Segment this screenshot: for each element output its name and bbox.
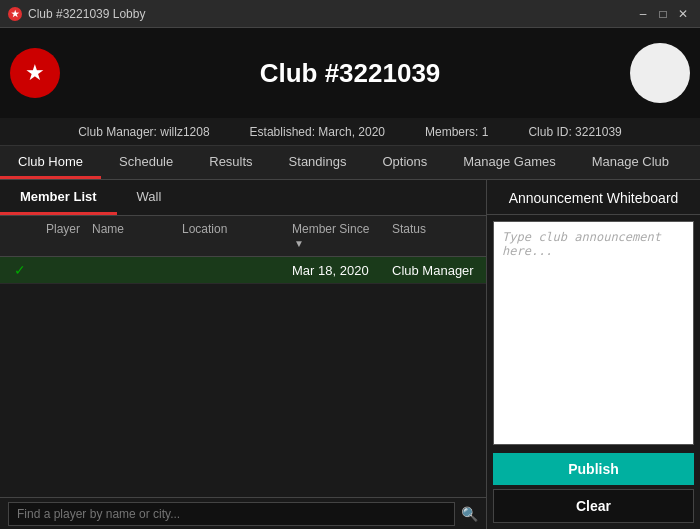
col-header-check (0, 222, 40, 250)
announcement-textarea[interactable] (493, 221, 694, 445)
tab-options[interactable]: Options (364, 146, 445, 179)
publish-button[interactable]: Publish (493, 453, 694, 485)
info-bar: Club Manager: willz1208 Established: Mar… (0, 118, 700, 146)
right-panel: Announcement Whiteboard Publish Clear (487, 180, 700, 529)
tab-results[interactable]: Results (191, 146, 270, 179)
col-header-location: Location (176, 222, 286, 250)
header: ★ Club #3221039 (0, 28, 700, 118)
manager-info: Club Manager: willz1208 (78, 125, 209, 139)
tab-standings[interactable]: Standings (271, 146, 365, 179)
left-panel: Member List Wall Player Name Location (0, 180, 487, 529)
tab-club-home[interactable]: Club Home (0, 146, 101, 179)
close-button[interactable]: ✕ (674, 5, 692, 23)
tab-schedule[interactable]: Schedule (101, 146, 191, 179)
minimize-button[interactable]: – (634, 5, 652, 23)
main-content: Member List Wall Player Name Location (0, 180, 700, 529)
search-icon: 🔍 (461, 506, 478, 522)
title-bar: ★ Club #3221039 Lobby – □ ✕ (0, 0, 700, 28)
app-icon: ★ (8, 7, 22, 21)
table-row[interactable]: ✓ Mar 18, 2020 Club Manager (0, 257, 486, 284)
tab-manage-club[interactable]: Manage Club (574, 146, 687, 179)
whiteboard-title: Announcement Whiteboard (487, 180, 700, 215)
header-title: Club #3221039 (260, 58, 441, 89)
header-logo: ★ (10, 48, 60, 98)
title-bar-left: ★ Club #3221039 Lobby (8, 7, 145, 21)
table-header: Player Name Location Member Since ▼ Stat… (0, 216, 486, 257)
title-bar-controls: – □ ✕ (634, 5, 692, 23)
subtab-member-list[interactable]: Member List (0, 180, 117, 215)
col-header-player: Player (40, 222, 86, 250)
search-bar: 🔍 (0, 497, 486, 529)
subtab-wall[interactable]: Wall (117, 180, 182, 215)
maximize-button[interactable]: □ (654, 5, 672, 23)
col-header-status: Status (386, 222, 486, 250)
nav-tabs: Club Home Schedule Results Standings Opt… (0, 146, 700, 180)
sort-arrow-icon: ▼ (294, 238, 304, 249)
row-checkmark: ✓ (0, 262, 40, 278)
established-info: Established: March, 2020 (250, 125, 385, 139)
members-info: Members: 1 (425, 125, 488, 139)
row-since: Mar 18, 2020 (286, 263, 386, 278)
col-header-since[interactable]: Member Since ▼ (286, 222, 386, 250)
title-bar-text: Club #3221039 Lobby (28, 7, 145, 21)
avatar (630, 43, 690, 103)
member-table: Player Name Location Member Since ▼ Stat… (0, 216, 486, 497)
search-input[interactable] (8, 502, 455, 526)
col-header-name: Name (86, 222, 176, 250)
club-id-info: Club ID: 3221039 (528, 125, 621, 139)
sub-tabs: Member List Wall (0, 180, 486, 216)
clear-button[interactable]: Clear (493, 489, 694, 523)
row-status: Club Manager (386, 263, 486, 278)
tab-manage-games[interactable]: Manage Games (445, 146, 574, 179)
